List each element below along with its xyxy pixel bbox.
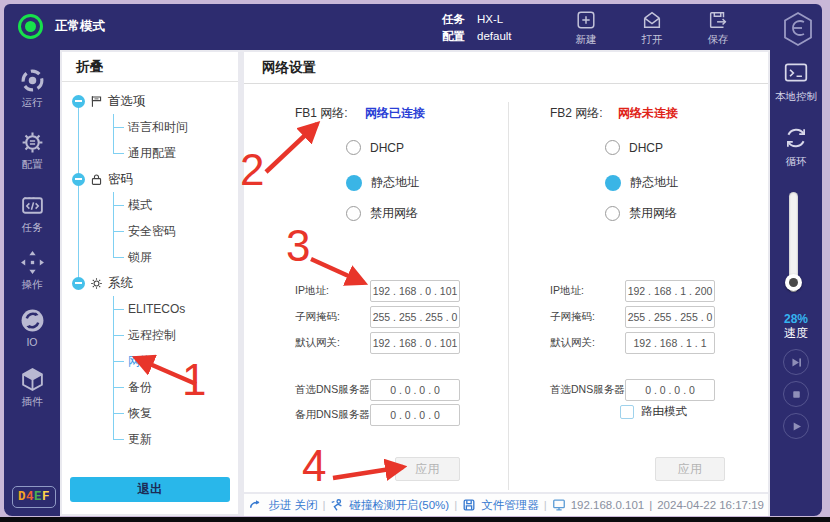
gear-icon [20,130,45,155]
loop-icon [783,125,809,151]
tree-item-backup[interactable]: 备份 [113,374,234,400]
save-button[interactable]: 保存 [696,9,740,47]
terminal-icon [783,60,809,86]
collision-detect-status[interactable]: 碰撞检测开启(50%) [349,498,449,513]
radio-label: DHCP [629,141,663,155]
sidebar-item-io[interactable]: IO [4,308,60,348]
move-cross-icon [20,250,45,275]
page-title: 网络设置 [244,52,768,84]
fb2-apply-button[interactable]: 应用 [655,457,725,481]
status-bar: 步进 关闭 | 碰撞检测开启(50%) | 文件管理器 | 192.168.0.… [244,494,768,516]
tree-item-mode[interactable]: 模式 [113,192,234,218]
tree-item-elitecos[interactable]: ELITECOs [113,296,234,322]
radio-icon[interactable] [346,140,361,155]
local-control-button[interactable]: 本地控制 [770,60,822,104]
brand-logo-icon [780,11,816,47]
tree-group-password[interactable]: 密码 [72,166,234,192]
checkbox-icon[interactable] [620,405,634,419]
fb1-gateway-input[interactable] [370,332,460,354]
mode-indicator: 正常模式 [18,14,105,39]
fb1-radio-disable[interactable]: 禁用网络 [346,205,418,222]
field-label: 默认网关: [550,336,625,350]
sidebar-item-label: 配置 [22,158,43,172]
fb2-gateway-row: 默认网关: [550,332,715,354]
loop-button[interactable]: 循环 [770,125,822,169]
field-label: 子网掩码: [550,310,625,324]
sidebar-item-operate[interactable]: 操作 [4,250,60,292]
tree-item-remote-control[interactable]: 远程控制 [113,322,234,348]
run-icon [20,68,45,93]
tree-group-system[interactable]: 系统 [72,270,234,296]
sidebar-item-label: IO [26,336,37,348]
radio-icon[interactable] [605,175,621,191]
fb1-radio-static[interactable]: 静态地址 [346,174,419,191]
sidebar-item-label: 插件 [22,395,43,409]
play-icon [790,420,803,433]
settings-tree-panel: 折叠 首选项 语言和时间 通用配置 密码 模式 安全密码 锁屏 [62,52,238,514]
tree-item-language-time[interactable]: 语言和时间 [113,114,234,140]
collapse-node-icon[interactable] [72,277,85,290]
fb2-network-label: FB2 网络: [550,105,618,122]
speed-slider[interactable] [789,192,798,292]
fb2-dns1-input[interactable] [625,379,715,401]
task-config-info: 任务 HX-L 配置 default [442,11,512,45]
radio-icon[interactable] [346,206,361,221]
task-label: 任务 [442,11,465,28]
fb1-subnet-mask-input[interactable] [370,306,460,328]
mode-label: 正常模式 [55,18,105,35]
tree-item-restore[interactable]: 恢复 [113,400,234,426]
badge-char: F [42,490,50,504]
tree-item-network[interactable]: 网络 [113,348,234,374]
fb2-radio-disable[interactable]: 禁用网络 [605,205,677,222]
bottom-edge [0,517,830,522]
step-mode-status[interactable]: 步进 关闭 [268,498,317,513]
tree-item-lock-screen[interactable]: 锁屏 [113,244,234,270]
file-manager-link[interactable]: 文件管理器 [481,498,539,513]
radio-icon[interactable] [605,140,620,155]
tree-item-general-config[interactable]: 通用配置 [113,140,234,166]
tree-item-security-password[interactable]: 安全密码 [113,218,234,244]
fb1-radio-dhcp[interactable]: DHCP [346,140,404,155]
tree-group-preferences[interactable]: 首选项 [72,88,234,114]
tree-item-update[interactable]: 更新 [113,426,234,452]
loop-label: 循环 [786,155,807,169]
fb2-radio-static[interactable]: 静态地址 [605,174,678,191]
stop-button[interactable] [783,381,809,407]
file-manager-icon [462,498,476,512]
io-cycle-icon [20,308,45,333]
radio-icon[interactable] [346,175,362,191]
fb2-mask-row: 子网掩码: [550,306,715,328]
exit-button[interactable]: 退出 [70,477,230,502]
new-button[interactable]: 新建 [564,9,608,47]
fb2-subnet-mask-input[interactable] [625,306,715,328]
play-button[interactable] [783,413,809,439]
fb1-dns2-row: 备用DNS服务器: [295,404,460,426]
right-sidebar: 本地控制 循环 28% 速度 [770,50,822,516]
fb1-dns1-input[interactable] [370,379,460,401]
sidebar-item-run[interactable]: 运行 [4,68,60,110]
lock-icon [90,173,103,186]
collapse-node-icon[interactable] [72,95,85,108]
separator: | [454,499,457,511]
save-button-label: 保存 [708,33,729,47]
fb1-ip-input[interactable] [370,280,460,302]
fb2-radio-dhcp[interactable]: DHCP [605,140,663,155]
open-button[interactable]: 打开 [630,9,674,47]
cube-icon [20,367,45,392]
sidebar-item-config[interactable]: 配置 [4,130,60,172]
fb1-apply-button[interactable]: 应用 [395,457,460,481]
radio-label: 禁用网络 [370,205,418,222]
speed-slider-handle[interactable] [785,274,802,291]
sidebar-item-task[interactable]: 任务 [4,193,60,235]
new-button-label: 新建 [576,33,597,47]
fb2-route-mode-toggle[interactable]: 路由模式 [620,404,687,419]
skip-next-icon [790,356,803,369]
fb1-dns2-input[interactable] [370,404,460,426]
fb2-ip-input[interactable] [625,280,715,302]
radio-icon[interactable] [605,206,620,221]
step-run-button[interactable] [783,349,809,375]
sidebar-item-plugin[interactable]: 插件 [4,367,60,409]
badge-char: D [18,490,26,504]
fb2-gateway-input[interactable] [625,332,715,354]
collapse-node-icon[interactable] [72,173,85,186]
